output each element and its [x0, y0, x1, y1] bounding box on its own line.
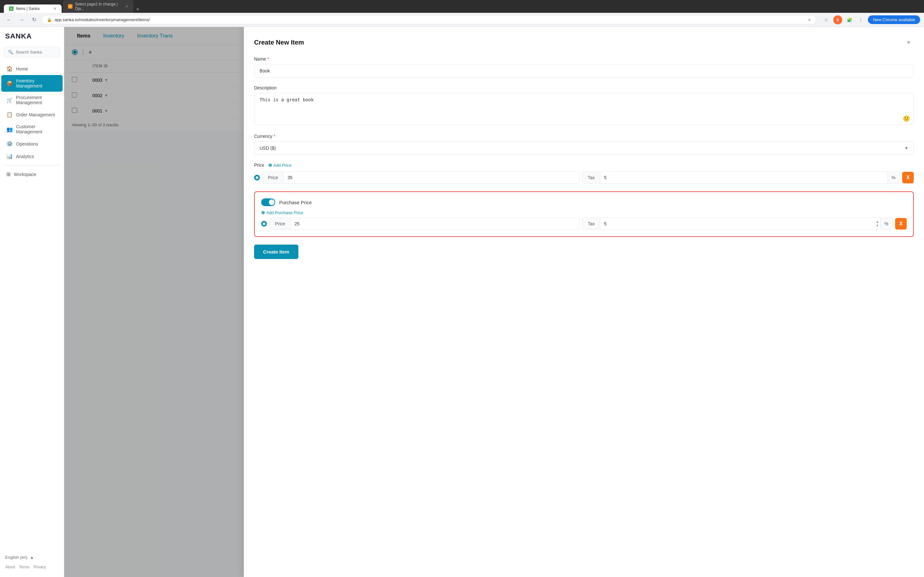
back-button[interactable]: ←: [4, 16, 14, 24]
avatar-icon[interactable]: S: [833, 15, 842, 24]
sidebar-item-customer[interactable]: 👥 Customer Management: [1, 121, 63, 137]
tab-items[interactable]: S Items | Sanka ✕: [4, 5, 61, 13]
sidebar-item-procurement[interactable]: 🛒 Procurement Management: [1, 92, 63, 108]
search-input-wrapper[interactable]: 🔍: [4, 47, 60, 57]
browser-toolbar: ← → ↻ 🔒 app.sanka.io/modules/inventoryma…: [0, 13, 924, 27]
purchase-price-box: Purchase Price ⊕ Add Purchase Price Pric…: [254, 191, 914, 237]
sidebar-item-workspace-label: Workspace: [14, 172, 36, 177]
language-selector[interactable]: English (en) ▲: [0, 551, 64, 564]
order-icon: 📋: [6, 111, 13, 118]
purchase-price-input-group: Price: [270, 218, 580, 230]
purchase-price-value-input[interactable]: [291, 218, 580, 229]
purchase-price-row: Price Tax ▲ ▼ % X: [261, 218, 907, 230]
chrome-update-button[interactable]: New Chrome available: [868, 15, 920, 24]
sidebar: SANKA 🔍 🏠 Home 📦 Inventory Management 🛒 …: [0, 27, 64, 577]
logo: SANKA: [0, 32, 64, 47]
price-row: Price Tax % X: [254, 171, 914, 184]
search-field[interactable]: [16, 50, 56, 55]
tab-items-close[interactable]: ✕: [53, 6, 57, 11]
tab-items-label: Items | Sanka: [16, 6, 39, 11]
name-required-indicator: *: [267, 56, 269, 61]
language-arrow-icon: ▲: [30, 555, 34, 560]
reload-button[interactable]: ↻: [29, 15, 39, 24]
modal-header: Create New Item ×: [254, 37, 914, 47]
create-item-modal: Create New Item × Name * Description Thi…: [244, 27, 924, 577]
remove-purchase-price-button[interactable]: X: [895, 218, 907, 229]
browser-tabs: S Items | Sanka ✕ G Select page2 to chan…: [4, 0, 140, 13]
privacy-link[interactable]: Privacy: [33, 565, 46, 569]
purchase-price-toggle[interactable]: [261, 198, 275, 206]
tax-label: Tax: [583, 172, 600, 183]
inventory-icon: 📦: [6, 81, 13, 87]
sidebar-item-procurement-label: Procurement Management: [16, 95, 57, 105]
purchase-price-label: Purchase Price: [279, 200, 312, 205]
purchase-tax-label: Tax: [583, 218, 600, 229]
search-icon: 🔍: [8, 50, 13, 55]
about-link[interactable]: About: [5, 565, 15, 569]
stepper-down-button[interactable]: ▼: [876, 224, 879, 227]
nav-bottom: English (en) ▲ About Terms Privacy: [0, 551, 64, 572]
sidebar-item-customer-label: Customer Management: [16, 124, 57, 134]
tab-add-button[interactable]: +: [136, 6, 140, 13]
textarea-wrapper: This is a great book 🙂: [254, 93, 914, 126]
description-input[interactable]: This is a great book: [254, 93, 914, 125]
browser-chrome: S Items | Sanka ✕ G Select page2 to chan…: [0, 0, 924, 13]
tab-django-favicon: G: [68, 4, 73, 9]
sidebar-item-inventory[interactable]: 📦 Inventory Management: [1, 75, 63, 92]
name-field-group: Name *: [254, 56, 914, 77]
remove-price-button[interactable]: X: [902, 172, 914, 183]
price-radio-button[interactable]: [254, 175, 260, 181]
modal-close-button[interactable]: ×: [903, 37, 914, 47]
terms-link[interactable]: Terms: [19, 565, 29, 569]
sidebar-item-inventory-label: Inventory Management: [16, 78, 57, 89]
price-label: Price: [254, 163, 264, 168]
modal-title: Create New Item: [254, 39, 304, 46]
sidebar-item-operations[interactable]: ⚙️ Operations: [1, 137, 63, 150]
analytics-icon: 📊: [6, 153, 13, 159]
name-label: Name *: [254, 56, 914, 61]
purchase-price-radio-button[interactable]: [261, 221, 267, 227]
currency-required-indicator: *: [274, 134, 275, 139]
stepper-up-button[interactable]: ▲: [876, 220, 879, 224]
url-text: app.sanka.io/modules/inventorymanagement…: [55, 17, 805, 22]
sidebar-item-home[interactable]: 🏠 Home: [1, 63, 63, 75]
currency-label: Currency *: [254, 134, 914, 139]
address-bar[interactable]: 🔒 app.sanka.io/modules/inventorymanageme…: [41, 15, 817, 24]
tab-django[interactable]: G Select page2 to change | Dja... ✕: [63, 0, 134, 13]
sidebar-item-operations-label: Operations: [16, 141, 38, 147]
add-purchase-u-icon: ⊕: [261, 210, 265, 215]
sidebar-item-analytics[interactable]: 📊 Analytics: [1, 150, 63, 163]
star-icon[interactable]: ☆: [822, 15, 830, 24]
name-input[interactable]: [254, 64, 914, 77]
purchase-tax-input-group: Tax ▲ ▼ %: [582, 218, 893, 230]
toggle-slider: [261, 198, 275, 206]
tax-value-input[interactable]: [600, 172, 887, 183]
home-icon: 🏠: [6, 66, 13, 72]
emoji-icon[interactable]: 🙂: [903, 115, 910, 122]
price-value-input[interactable]: [284, 172, 580, 183]
add-price-link[interactable]: ⊕ Add Price: [268, 163, 291, 168]
description-field-group: Description This is a great book 🙂: [254, 85, 914, 126]
language-label: English (en): [5, 555, 27, 560]
menu-icon[interactable]: ⋮: [856, 15, 865, 24]
procurement-icon: 🛒: [6, 97, 13, 103]
purchase-tax-value-input[interactable]: [600, 218, 875, 229]
sidebar-item-order-label: Order Management: [16, 112, 55, 117]
about-links: About Terms Privacy: [0, 564, 64, 572]
forward-button[interactable]: →: [17, 16, 27, 24]
sidebar-item-home-label: Home: [16, 66, 28, 71]
extensions-icon[interactable]: 🧩: [845, 15, 854, 24]
sidebar-item-order[interactable]: 📋 Order Management: [1, 108, 63, 121]
sidebar-item-workspace[interactable]: ⊞ Workspace: [1, 168, 63, 181]
operations-icon: ⚙️: [6, 141, 13, 147]
purchase-price-input-label: Price: [270, 218, 291, 229]
add-price-text: Add Price: [273, 163, 291, 168]
tab-django-close[interactable]: ✕: [125, 4, 128, 9]
add-purchase-price-link[interactable]: ⊕ Add Purchase Price: [261, 210, 907, 215]
currency-select-wrapper: USD ($) EUR (€) GBP (£) ▼: [254, 141, 914, 155]
price-header: Price ⊕ Add Price: [254, 163, 914, 168]
tax-input-group: Tax %: [582, 171, 900, 184]
currency-select[interactable]: USD ($) EUR (€) GBP (£): [254, 141, 914, 155]
create-item-button[interactable]: Create Item: [254, 245, 298, 259]
search-bar: 🔍: [0, 47, 64, 63]
